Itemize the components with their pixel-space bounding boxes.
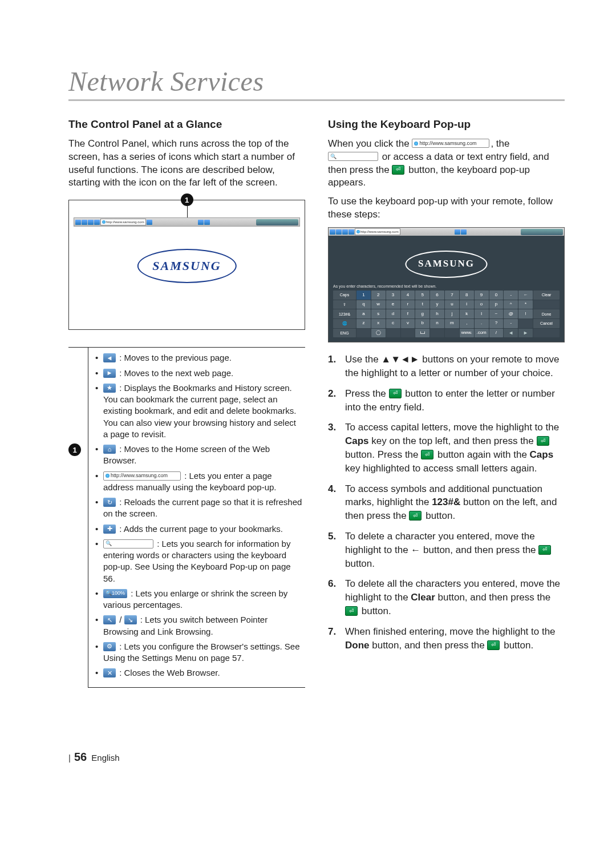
browser-toolbar: http://www.samsung.com	[74, 217, 300, 227]
step-4: To access symbols and additional punctua…	[328, 482, 565, 523]
kb-key: 2	[371, 291, 386, 300]
globe-icon	[414, 142, 418, 146]
home-icon	[348, 229, 354, 235]
kb-key: e	[386, 300, 400, 309]
kb-key: g	[415, 309, 429, 318]
kb-key-grid: Caps1234567890-←Clear⇧qwertyuiop^*123#&a…	[333, 291, 560, 337]
kb-key: @	[504, 309, 518, 318]
kb-key: ,	[460, 319, 474, 328]
search-box-icon: 🔍	[103, 539, 153, 548]
kb-key: 0	[489, 291, 504, 300]
bookmarks-icon	[88, 220, 94, 225]
kb-key: 6	[430, 291, 444, 300]
forward-icon	[82, 220, 87, 225]
home-icon	[94, 220, 100, 225]
kb-key: 8	[460, 291, 474, 300]
legend-back: ◄ : Moves to the previous page.	[95, 352, 303, 364]
kb-key: ⌴	[415, 329, 429, 338]
kb-key: k	[460, 309, 474, 318]
legend-bookmarks: ★ : Displays the Bookmarks and History s…	[95, 382, 303, 440]
kb-key: *	[518, 300, 533, 309]
enter-button-icon: ⏎	[421, 450, 433, 459]
kb-toolbar: http://www.samsung.com	[329, 228, 564, 236]
reload-icon	[147, 220, 152, 225]
kb-key: 4	[401, 291, 415, 300]
kb-key: -	[504, 291, 518, 300]
kb-key: ENG	[333, 329, 356, 338]
legend-close: ✕ : Closes the Web Browser.	[95, 667, 303, 679]
url-box-icon: http://www.samsung.com	[103, 471, 181, 481]
callout-marker-1: 1	[181, 193, 193, 206]
close-icon: ✕	[103, 668, 116, 677]
kb-key: ?	[489, 319, 504, 328]
enter-button-icon: ⏎	[538, 545, 551, 555]
enter-button-icon: ⏎	[409, 511, 422, 521]
kb-key: r	[401, 300, 415, 309]
kb-key: v	[401, 319, 415, 328]
kb-key: Clear	[533, 291, 560, 300]
kb-key: 7	[445, 291, 459, 300]
kb-key: 3	[386, 291, 400, 300]
keyboard-steps: Use the ▲▼◄► buttons on your remote to m…	[328, 353, 565, 652]
callout-line	[187, 206, 188, 217]
keyboard-popup-intro: When you click the http://www.samsung.co…	[328, 138, 565, 190]
keyboard-popup-heading: Using the Keyboard Pop-up	[328, 117, 565, 132]
enter-button-icon: ⏎	[537, 436, 549, 446]
back-icon	[330, 229, 335, 235]
legend-reload: ↻ : Reloads the current page so that it …	[95, 497, 303, 520]
kb-key	[445, 329, 459, 338]
legend-url: http://www.samsung.com : Lets you enter …	[95, 470, 303, 494]
kb-key: ◯	[371, 329, 386, 338]
kb-key: u	[445, 300, 459, 309]
page-title: Network Services	[68, 66, 565, 97]
search-box-icon: 🔍	[328, 152, 378, 161]
kb-key: 5	[415, 291, 429, 300]
kb-key: s	[371, 309, 386, 318]
page-number: 56	[74, 751, 87, 763]
search-icon	[461, 229, 467, 235]
kb-key	[401, 329, 415, 338]
kb-key: ^	[504, 300, 518, 309]
step-3: To access capital letters, move the high…	[328, 421, 565, 475]
control-panel-heading: The Control Panel at a Glance	[68, 117, 305, 132]
kb-key: !	[518, 309, 533, 318]
back-icon: ◄	[103, 353, 116, 362]
add-bookmark-icon: ✚	[103, 525, 116, 534]
kb-key: i	[460, 300, 474, 309]
enter-button-icon: ⏎	[389, 389, 402, 398]
kb-key	[356, 329, 371, 338]
step-7: When finished entering, move the highlig…	[328, 625, 565, 652]
step-6: To delete all the characters you entered…	[328, 577, 565, 618]
back-icon	[75, 220, 81, 225]
kb-key: z	[356, 319, 371, 328]
globe-icon	[102, 220, 106, 224]
kb-hint-text: As you enter characters, recommended tex…	[333, 284, 436, 289]
pointer-icon	[198, 220, 204, 225]
kb-key: h	[430, 309, 444, 318]
kb-key: ~	[489, 309, 504, 318]
legend-forward: ► : Moves to the next web page.	[95, 368, 303, 379]
legend-home: ⌂ : Moves to the Home screen of the Web …	[95, 443, 303, 467]
kb-key: Caps	[333, 291, 356, 300]
kb-key: Done	[533, 309, 560, 318]
legend-search: 🔍 : Lets you search for information by e…	[95, 538, 303, 584]
kb-key	[533, 300, 560, 309]
kb-samsung-logo: SAMSUNG	[418, 257, 475, 271]
control-panel-legend: 1 ◄ : Moves to the previous page. ► : Mo…	[68, 347, 305, 687]
kb-key: p	[489, 300, 504, 309]
pointer-mode-icon: ↖	[103, 615, 116, 624]
step-2: Press the ⏎ button to enter the letter o…	[328, 387, 565, 414]
legend-marker-1: 1	[68, 443, 81, 456]
kb-key: ►	[518, 329, 533, 338]
left-column: The Control Panel at a Glance The Contro…	[68, 117, 305, 688]
kb-toolbar-right	[521, 229, 563, 235]
enter-button-icon: ⏎	[392, 165, 404, 175]
kb-key: -	[504, 319, 518, 328]
kb-key	[533, 329, 560, 338]
page-footer: |56 English	[68, 751, 565, 764]
kb-key: m	[445, 319, 459, 328]
kb-key: 123#&	[333, 309, 356, 318]
samsung-logo: SAMSUNG	[152, 257, 221, 275]
step-5: To delete a character you entered, move …	[328, 530, 565, 570]
kb-key: .com	[475, 329, 489, 338]
